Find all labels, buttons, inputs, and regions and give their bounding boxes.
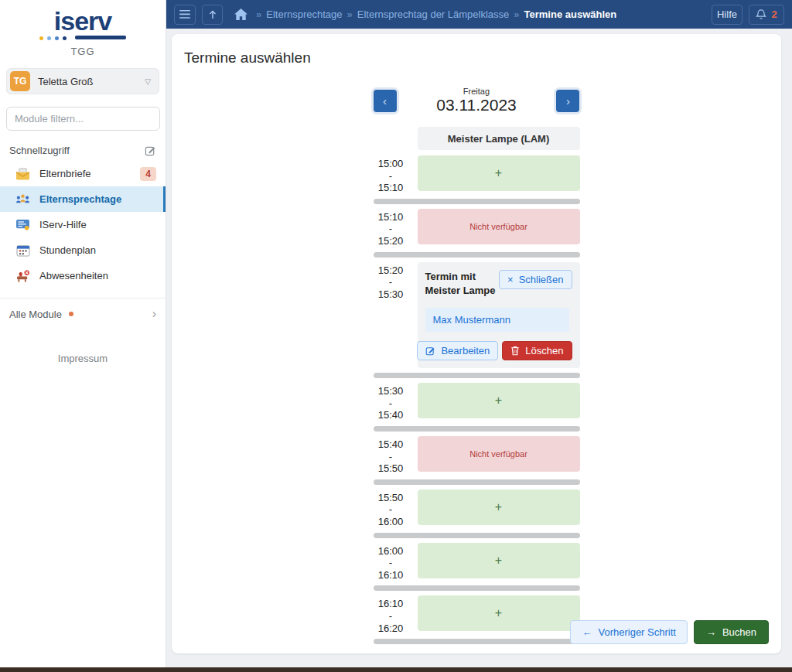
date-navigation: ‹ Freitag 03.11.2023 › xyxy=(374,87,580,114)
timetable-icon xyxy=(15,243,30,258)
sidebar-item-elternsprechtage[interactable]: Elternsprechtage xyxy=(0,186,166,212)
next-day-button[interactable]: › xyxy=(556,90,579,112)
sidebar-item-label: Abwesenheiten xyxy=(39,270,156,281)
unavailable-label: Nicht verfügbar xyxy=(469,222,527,231)
previous-step-label: Vorheriger Schritt xyxy=(598,626,675,638)
help-button[interactable]: Hilfe xyxy=(712,5,742,25)
plus-icon: + xyxy=(495,554,502,568)
row-separator xyxy=(374,373,580,378)
book-label: Buchen xyxy=(722,626,756,638)
row-separator xyxy=(374,199,580,204)
arrow-up-icon xyxy=(208,9,217,19)
available-slot-button[interactable]: + xyxy=(418,155,580,191)
unavailable-label: Nicht verfügbar xyxy=(469,449,527,459)
avatar: TG xyxy=(10,71,30,91)
row-separator xyxy=(374,639,580,644)
menu-toggle-button[interactable] xyxy=(174,5,196,25)
notification-count-badge: 2 xyxy=(771,9,777,20)
available-slot-button[interactable]: + xyxy=(418,490,580,525)
letters-icon xyxy=(15,166,30,181)
available-slot-button[interactable]: + xyxy=(418,383,580,418)
unavailable-slot: Nicht verfügbar xyxy=(418,436,580,472)
delete-button[interactable]: Löschen xyxy=(502,341,572,360)
plus-icon: + xyxy=(495,166,502,180)
page-title: Termine auswählen xyxy=(184,49,769,67)
unavailable-slot: Nicht verfügbar xyxy=(418,209,580,244)
sidebar-item-label: Stundenplan xyxy=(39,244,156,256)
top-navbar: »Elternsprechtage»Elternsprechtag der Lä… xyxy=(166,0,792,29)
edit-quick-access-icon[interactable] xyxy=(145,145,156,156)
iserv-logo-underline xyxy=(39,36,126,40)
quick-access-label: Schnellzugriff xyxy=(9,145,70,156)
sidebar: iserv TGG TG Teletta Groß ▽ Schnellzugri… xyxy=(0,0,166,667)
quick-access-list: Elternbriefe4ElternsprechtageIServ-Hilfe… xyxy=(0,161,166,288)
help-label: Hilfe xyxy=(717,9,737,20)
chevron-down-icon: ▽ xyxy=(145,77,151,86)
wizard-footer: ← Vorheriger Schritt → Buchen xyxy=(570,620,769,644)
row-separator xyxy=(374,533,580,538)
notification-dot-icon xyxy=(69,312,73,316)
chevron-right-icon: › xyxy=(152,307,156,321)
breadcrumb-separator: » xyxy=(514,9,519,20)
booked-appointment-header: Termin mit Meister Lampe×Schließen xyxy=(425,270,572,299)
row-separator xyxy=(374,585,580,591)
delete-label: Löschen xyxy=(525,345,563,356)
available-slot-button[interactable]: + xyxy=(418,543,580,578)
trash-icon xyxy=(510,346,520,356)
user-menu[interactable]: TG Teletta Groß ▽ xyxy=(6,68,159,94)
sidebar-item-stundenplan[interactable]: Stundenplan xyxy=(0,237,166,263)
current-date: Freitag 03.11.2023 xyxy=(436,87,517,114)
timeslot-time-range: 15:00-15:10 xyxy=(374,155,408,194)
previous-day-button[interactable]: ‹ xyxy=(374,90,397,112)
hamburger-icon xyxy=(179,10,190,19)
sidebar-item-abwesenheiten[interactable]: Abwesenheiten xyxy=(0,263,166,288)
home-icon xyxy=(234,8,248,21)
booked-appointment-actions: BearbeitenLöschen xyxy=(425,341,572,360)
previous-step-button[interactable]: ← Vorheriger Schritt xyxy=(570,620,687,644)
unread-count-badge: 4 xyxy=(140,167,156,181)
close-icon: × xyxy=(507,274,514,285)
school-abbreviation: TGG xyxy=(0,46,166,57)
row-separator xyxy=(374,479,580,485)
sidebar-item-label: IServ-Hilfe xyxy=(39,219,156,230)
timeslot-row-1510: 15:10-15:20Nicht verfügbar xyxy=(374,209,580,247)
date-label: 03.11.2023 xyxy=(436,96,517,114)
module-filter-input[interactable] xyxy=(6,107,160,131)
home-button[interactable] xyxy=(234,8,248,21)
close-button[interactable]: ×Schließen xyxy=(499,270,572,289)
sidebar-item-iserv-hilfe[interactable]: IServ-Hilfe xyxy=(0,212,166,237)
timeslot-row-1550: 15:50-16:00+ xyxy=(374,490,580,528)
edit-button[interactable]: Bearbeiten xyxy=(417,341,498,360)
meeting-icon xyxy=(15,192,30,206)
timeslot-time-range: 15:30-15:40 xyxy=(374,383,408,421)
timeslot-row-1520: 15:20-15:30Termin mit Meister Lampe×Schl… xyxy=(374,262,580,369)
row-separator xyxy=(374,426,580,432)
student-name[interactable]: Max Mustermann xyxy=(425,308,569,332)
breadcrumb-link-elternsprechtag-der-l-mpelklasse[interactable]: Elternsprechtag der Lämpelklasse xyxy=(357,9,510,20)
book-button[interactable]: → Buchen xyxy=(694,620,769,644)
scroll-top-button[interactable] xyxy=(202,5,223,25)
arrow-right-icon: → xyxy=(706,626,716,638)
absence-icon xyxy=(15,268,30,283)
plus-icon: + xyxy=(495,500,502,514)
notifications-button[interactable]: 2 xyxy=(749,5,784,25)
timeslot-row-1500: 15:00-15:10+ xyxy=(374,155,580,194)
timeslot-time-range: 15:20-15:30 xyxy=(374,262,408,369)
appointment-scheduler: ‹ Freitag 03.11.2023 › Meister Lampe (LA… xyxy=(374,87,580,644)
available-slot-button[interactable]: + xyxy=(418,595,580,631)
breadcrumb-separator: » xyxy=(347,9,353,20)
user-name: Teletta Groß xyxy=(38,76,145,87)
iserv-logo-text: iserv xyxy=(0,8,166,34)
content-card: Termine auswählen ‹ Freitag 03.11.2023 ›… xyxy=(172,34,781,653)
breadcrumb-separator: » xyxy=(256,9,261,20)
row-separator xyxy=(374,252,580,258)
timeslot-time-range: 16:10-16:20 xyxy=(374,595,408,634)
iserv-logo[interactable]: iserv xyxy=(0,0,166,40)
impressum-link[interactable]: Impressum xyxy=(0,353,166,364)
bell-icon xyxy=(756,9,766,20)
breadcrumb-link-elternsprechtage[interactable]: Elternsprechtage xyxy=(266,9,342,20)
plus-icon: + xyxy=(495,606,502,620)
all-modules-button[interactable]: Alle Module › xyxy=(0,298,166,329)
breadcrumb-current: Termine auswählen xyxy=(524,9,617,20)
sidebar-item-elternbriefe[interactable]: Elternbriefe4 xyxy=(0,161,166,186)
